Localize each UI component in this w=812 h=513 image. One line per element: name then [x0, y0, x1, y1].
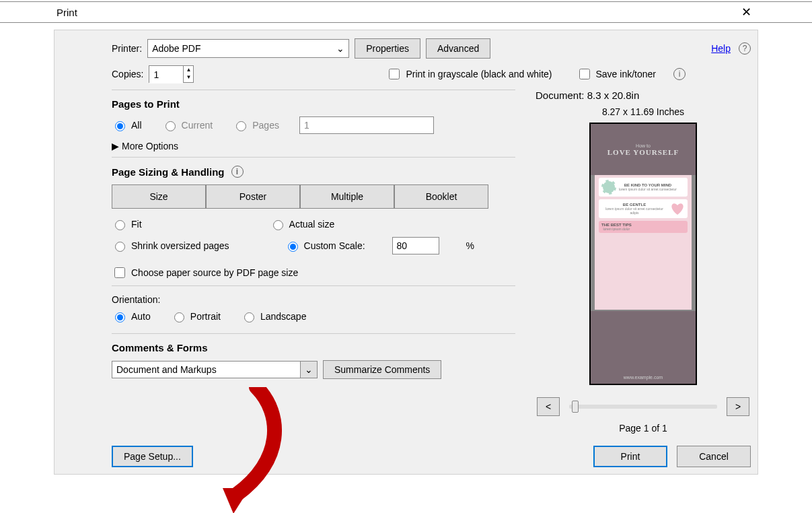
print-button[interactable]: Print: [593, 446, 667, 467]
zoom-slider[interactable]: [569, 405, 717, 409]
printer-label: Printer:: [112, 43, 142, 54]
paper-size-label: 8.27 x 11.69 Inches: [536, 106, 751, 117]
sizing-section: Page Sizing & Handling i Size Poster Mul…: [112, 157, 515, 285]
saveink-label: Save ink/toner: [596, 69, 657, 79]
radio-custom-scale[interactable]: Custom Scale:: [285, 240, 365, 252]
printer-select[interactable]: Adobe PDF ⌄: [147, 39, 349, 58]
radio-pages[interactable]: Pages: [233, 119, 279, 131]
radio-current[interactable]: Current: [162, 119, 213, 131]
print-preview: How to LOVE YOURSELF BE KIND TO YOUR MIN…: [589, 123, 697, 385]
grayscale-checkbox[interactable]: Print in grayscale (black and white): [386, 67, 552, 81]
triangle-right-icon: ▶: [112, 141, 119, 151]
pages-to-print-title: Pages to Print: [112, 98, 515, 110]
comments-title: Comments & Forms: [112, 342, 515, 353]
document-size-label: Document: 8.3 x 20.8in: [536, 90, 751, 101]
size-tab-button[interactable]: Size: [112, 184, 206, 209]
orientation-section: Orientation: Auto Portrait Landscape: [112, 285, 515, 333]
radio-landscape[interactable]: Landscape: [241, 310, 307, 322]
chevron-down-icon: ⌄: [336, 43, 344, 54]
copies-spinner[interactable]: ▲ ▼: [149, 65, 194, 83]
pages-input[interactable]: [299, 116, 434, 134]
more-options-toggle[interactable]: ▶ More Options: [112, 141, 178, 151]
orientation-title: Orientation:: [112, 294, 515, 305]
advanced-button[interactable]: Advanced: [426, 38, 490, 59]
prev-page-button[interactable]: <: [537, 397, 560, 416]
copies-input[interactable]: [149, 66, 183, 83]
preview-column: Document: 8.3 x 20.8in 8.27 x 11.69 Inch…: [529, 90, 751, 434]
grayscale-label: Print in grayscale (black and white): [406, 69, 552, 79]
dialog-body: Printer: Adobe PDF ⌄ Properties Advanced…: [54, 30, 758, 475]
next-page-button[interactable]: >: [727, 397, 749, 416]
properties-button[interactable]: Properties: [355, 38, 420, 59]
summarize-button[interactable]: Summarize Comments: [323, 360, 441, 379]
printer-selected: Adobe PDF: [152, 43, 200, 54]
choose-source-checkbox[interactable]: Choose paper source by PDF page size: [112, 265, 298, 280]
radio-fit[interactable]: Fit: [112, 218, 142, 230]
comments-selected[interactable]: [112, 361, 300, 378]
copies-row: Copies: ▲ ▼ Print in grayscale (black an…: [112, 65, 751, 83]
radio-all[interactable]: All: [112, 119, 142, 131]
sizing-title: Page Sizing & Handling: [112, 166, 225, 178]
help-link[interactable]: Help: [711, 43, 731, 54]
zoom-thumb[interactable]: [572, 401, 579, 413]
scale-input[interactable]: [392, 237, 439, 254]
info-icon[interactable]: i: [673, 68, 686, 80]
dialog-title: Print: [8, 7, 736, 18]
radio-actual[interactable]: Actual size: [270, 218, 335, 230]
print-dialog: Print ✕ Printer: Adobe PDF ⌄ Properties …: [0, 1, 812, 513]
radio-auto[interactable]: Auto: [112, 310, 151, 322]
cancel-button[interactable]: Cancel: [677, 446, 751, 467]
copies-label: Copies:: [112, 69, 143, 79]
pages-to-print-section: Pages to Print All Current Pages: [112, 90, 515, 157]
saveink-check-input[interactable]: [579, 69, 590, 79]
poster-tab-button[interactable]: Poster: [206, 184, 300, 209]
page-indicator: Page 1 of 1: [536, 423, 751, 434]
comments-combo[interactable]: ⌄: [112, 361, 318, 378]
printer-row: Printer: Adobe PDF ⌄ Properties Advanced…: [112, 38, 751, 59]
spinner-down-icon[interactable]: ▼: [184, 73, 193, 81]
titlebar: Print ✕: [0, 1, 812, 23]
percent-label: %: [466, 240, 474, 251]
footer: Page Setup... Print Cancel: [112, 446, 751, 467]
page-setup-button[interactable]: Page Setup...: [112, 446, 193, 467]
radio-shrink[interactable]: Shrink oversized pages: [112, 240, 229, 252]
radio-portrait[interactable]: Portrait: [171, 310, 221, 322]
help-icon[interactable]: ?: [739, 42, 751, 55]
info-icon[interactable]: i: [231, 166, 244, 178]
comments-section: Comments & Forms ⌄ Summarize Comments: [112, 333, 515, 391]
saveink-checkbox[interactable]: Save ink/toner: [577, 67, 657, 81]
booklet-tab-button[interactable]: Booklet: [394, 184, 488, 209]
svg-marker-0: [223, 488, 250, 513]
grayscale-check-input[interactable]: [389, 69, 400, 79]
spinner-up-icon[interactable]: ▲: [184, 66, 193, 73]
chevron-down-icon[interactable]: ⌄: [300, 361, 318, 378]
close-icon[interactable]: ✕: [736, 5, 757, 20]
multiple-tab-button[interactable]: Multiple: [300, 184, 394, 209]
